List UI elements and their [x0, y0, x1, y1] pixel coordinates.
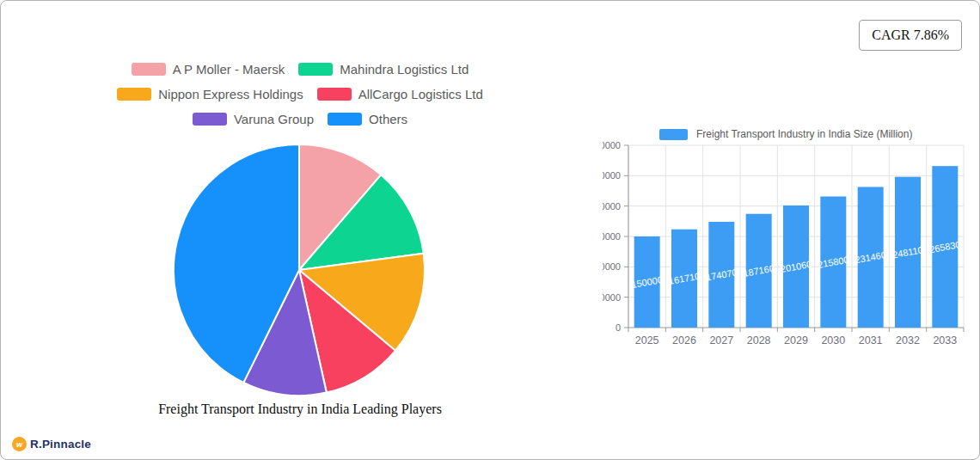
pie-chart — [172, 143, 428, 399]
y-tick-label: 0 — [616, 322, 621, 333]
x-tick-label: 2031 — [859, 334, 883, 347]
pie-legend: A P Moller - Maersk Mahindra Logistics L… — [51, 62, 549, 126]
legend-label-varuna: Varuna Group — [234, 112, 314, 126]
y-tick-label: 250000 — [603, 170, 621, 181]
brand-name: R.Pinnacle — [30, 438, 91, 451]
pie-legend-item-varuna[interactable]: Varuna Group — [193, 112, 314, 126]
legend-label-maersk: A P Moller - Maersk — [173, 62, 285, 77]
pie-legend-item-allcargo[interactable]: AllCargo Logistics Ltd — [317, 87, 483, 101]
pie-legend-item-maersk[interactable]: A P Moller - Maersk — [132, 62, 285, 77]
bar-chart-svg: 0500001000001500002000002500003000001500… — [603, 125, 977, 357]
x-tick-label: 2029 — [784, 334, 808, 347]
x-tick-label: 2027 — [709, 334, 733, 347]
x-tick-label: 2033 — [933, 334, 957, 347]
legend-swatch-varuna — [193, 113, 227, 126]
pie-legend-item-nippon[interactable]: Nippon Express Holdings — [117, 87, 303, 101]
pie-legend-row: Nippon Express Holdings AllCargo Logisti… — [117, 87, 483, 101]
brand-logo[interactable]: w R.Pinnacle — [12, 437, 91, 451]
brand-icon: w — [12, 437, 27, 451]
legend-label-mahindra: Mahindra Logistics Ltd — [340, 62, 469, 77]
y-tick-label: 100000 — [603, 261, 621, 272]
legend-swatch-others — [328, 113, 362, 126]
report-card: CAGR 7.86% A P Moller - Maersk Mahindra … — [0, 0, 980, 460]
pie-legend-item-others[interactable]: Others — [328, 112, 407, 126]
legend-label-others: Others — [369, 112, 407, 126]
legend-swatch-mahindra — [298, 63, 333, 76]
x-tick-label: 2032 — [896, 334, 920, 347]
pie-legend-row: A P Moller - Maersk Mahindra Logistics L… — [132, 62, 469, 77]
x-tick-label: 2026 — [672, 334, 696, 347]
legend-label-nippon: Nippon Express Holdings — [158, 87, 303, 101]
cagr-badge: CAGR 7.86% — [859, 20, 962, 51]
pie-chart-svg — [172, 143, 428, 399]
y-tick-label: 50000 — [603, 292, 621, 303]
pie-legend-item-mahindra[interactable]: Mahindra Logistics Ltd — [298, 62, 469, 77]
x-tick-label: 2030 — [821, 334, 845, 347]
y-tick-label: 150000 — [603, 231, 621, 242]
x-tick-label: 2028 — [747, 334, 771, 347]
y-tick-label: 200000 — [603, 201, 621, 212]
legend-swatch-nippon — [117, 88, 151, 101]
legend-swatch-maersk — [132, 63, 166, 76]
legend-label-allcargo: AllCargo Logistics Ltd — [358, 87, 483, 101]
x-tick-label: 2025 — [635, 334, 659, 347]
legend-swatch-allcargo — [317, 88, 352, 101]
y-tick-label: 300000 — [603, 140, 621, 150]
pie-legend-row: Varuna Group Others — [193, 112, 407, 126]
pie-chart-title: Freight Transport Industry in India Lead… — [85, 402, 515, 417]
bar-chart: Freight Transport Industry in India Size… — [603, 125, 977, 357]
